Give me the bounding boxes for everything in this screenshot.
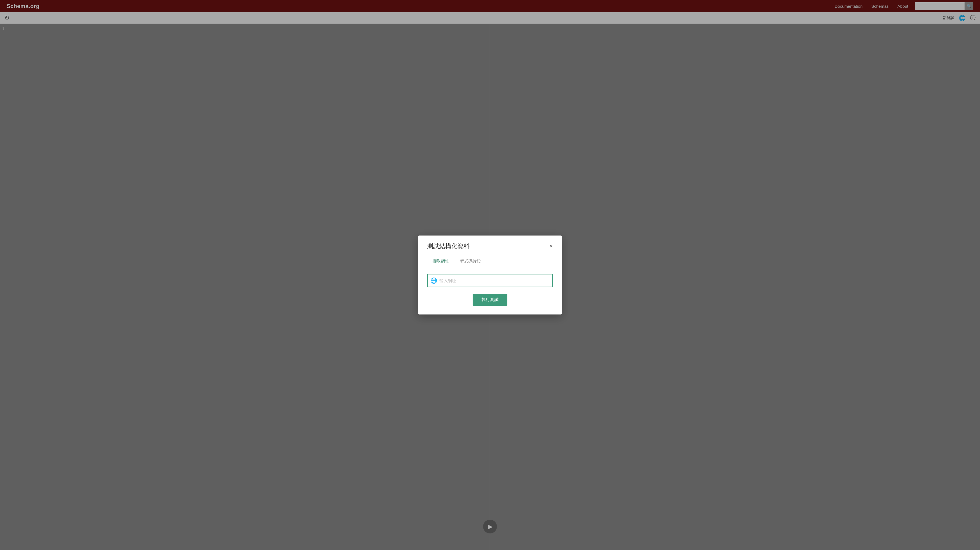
modal-dialog: 測試結構化資料 × 擷取網址 程式碼片段 🌐 執行測試 (418, 236, 562, 314)
modal-overlay: 測試結構化資料 × 擷取網址 程式碼片段 🌐 執行測試 (0, 0, 980, 550)
url-input[interactable] (439, 274, 550, 287)
tab-fetch-url[interactable]: 擷取網址 (427, 256, 455, 267)
tab-code-snippet[interactable]: 程式碼片段 (455, 256, 487, 267)
run-test-button[interactable]: 執行測試 (473, 294, 508, 306)
modal-header: 測試結構化資料 × (427, 242, 553, 250)
modal-close-button[interactable]: × (549, 243, 553, 249)
url-globe-icon: 🌐 (430, 277, 437, 284)
modal-title: 測試結構化資料 (427, 242, 469, 250)
url-input-row: 🌐 (427, 274, 553, 287)
modal-tabs: 擷取網址 程式碼片段 (427, 256, 553, 267)
